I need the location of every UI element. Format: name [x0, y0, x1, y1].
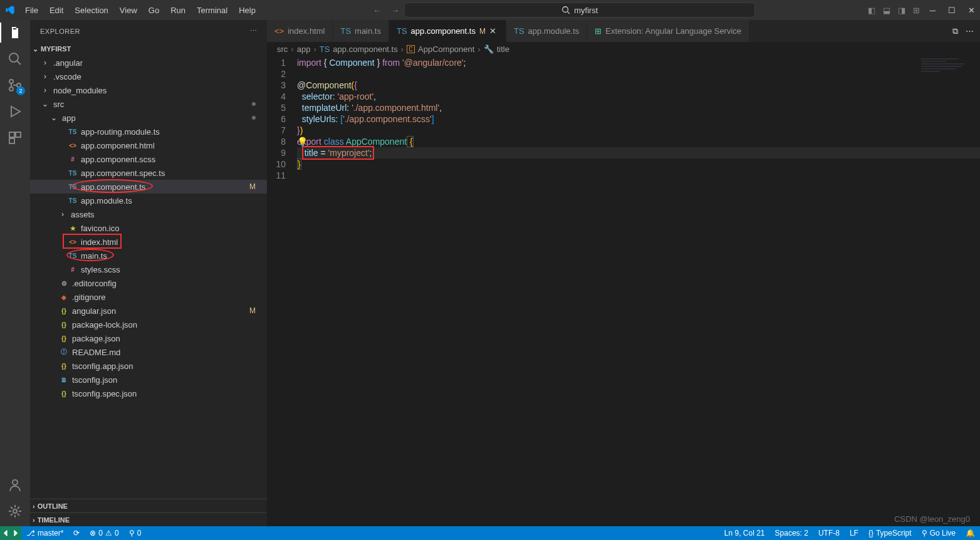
status-encoding[interactable]: UTF-8: [813, 529, 845, 537]
sidebar-explorer: EXPLORER ⋯ ⌄ MYFIRST ›.angular ›.vscode …: [30, 20, 267, 526]
tab-main-ts[interactable]: TSmain.ts: [333, 20, 389, 42]
tab-index-html[interactable]: <>index.html: [267, 20, 333, 42]
file-gitignore[interactable]: ◆.gitignore: [30, 290, 267, 304]
activity-scm-icon[interactable]: 2: [8, 78, 23, 93]
status-notifications-icon[interactable]: 🔔: [961, 529, 980, 537]
customize-layout-icon[interactable]: ⊞: [913, 6, 920, 15]
sync-icon: ⟳: [73, 529, 80, 537]
file-package-lock[interactable]: {}package-lock.json: [30, 318, 267, 331]
menu-go[interactable]: Go: [143, 3, 164, 18]
command-center[interactable]: myfirst: [404, 3, 755, 18]
status-branch[interactable]: ⎇master*: [21, 529, 68, 537]
tab-app-component-ts[interactable]: TSapp.component.tsM✕: [389, 20, 506, 42]
close-icon[interactable]: ✕: [968, 6, 975, 15]
status-eol[interactable]: LF: [845, 529, 863, 537]
folder-assets[interactable]: ›assets: [30, 207, 267, 221]
breadcrumb-class[interactable]: AppComponent: [418, 44, 474, 54]
breadcrumb-member[interactable]: title: [497, 44, 509, 54]
activity-debug-icon[interactable]: [8, 104, 23, 119]
activity-account-icon[interactable]: [8, 477, 23, 492]
file-app-component-scss[interactable]: #app.component.scss: [30, 152, 267, 166]
menu-view[interactable]: View: [115, 3, 142, 18]
toggle-primary-sidebar-icon[interactable]: ◧: [868, 6, 875, 15]
toggle-panel-icon[interactable]: ⬓: [883, 6, 890, 15]
menu-run[interactable]: Run: [165, 3, 190, 18]
file-app-component-html[interactable]: <>app.component.html: [30, 138, 267, 152]
tab-app-module[interactable]: TSapp.module.ts: [506, 20, 587, 42]
code-editor[interactable]: 1234567891011 import { Component } from …: [267, 56, 980, 526]
folder-node-modules[interactable]: ›node_modules: [30, 83, 267, 97]
nav-back-icon[interactable]: ←: [373, 6, 381, 15]
svg-point-5: [9, 87, 13, 91]
more-actions-icon[interactable]: ⋯: [966, 26, 974, 36]
activity-search-icon[interactable]: [8, 51, 23, 66]
svg-point-2: [9, 53, 18, 62]
breadcrumbs[interactable]: src› app› TSapp.component.ts› 🄲AppCompon…: [267, 42, 980, 56]
svg-rect-14: [921, 63, 965, 65]
minimize-icon[interactable]: ─: [930, 6, 936, 15]
file-readme[interactable]: ⓘREADME.md: [30, 345, 267, 359]
status-ports[interactable]: ⚲0: [124, 529, 147, 537]
minimap[interactable]: [921, 58, 971, 76]
folder-app[interactable]: ⌄app: [30, 111, 267, 125]
file-editorconfig[interactable]: ⚙.editorconfig: [30, 276, 267, 290]
tab-extension[interactable]: ⊞Extension: Angular Language Service: [587, 20, 749, 42]
status-language[interactable]: {}TypeScript: [863, 529, 917, 537]
remote-indicator[interactable]: [0, 526, 21, 540]
menu-file[interactable]: File: [20, 3, 43, 18]
file-main-ts[interactable]: TSmain.ts: [30, 249, 267, 262]
chevron-right-icon: ›: [40, 86, 50, 95]
folder-vscode[interactable]: ›.vscode: [30, 70, 267, 83]
file-package-json[interactable]: {}package.json: [30, 331, 267, 345]
project-header[interactable]: ⌄ MYFIRST: [30, 42, 267, 56]
breadcrumb-app[interactable]: app: [297, 44, 311, 54]
maximize-icon[interactable]: ☐: [948, 6, 956, 15]
status-sync[interactable]: ⟳: [68, 529, 85, 537]
breadcrumb-file[interactable]: app.component.ts: [333, 44, 397, 54]
file-tsconfig-app[interactable]: {}tsconfig.app.json: [30, 359, 267, 373]
activity-explorer-icon[interactable]: [8, 25, 23, 40]
toggle-secondary-sidebar-icon[interactable]: ◨: [898, 6, 905, 15]
code-content[interactable]: import { Component } from '@angular/core…: [297, 56, 980, 526]
activity-extensions-icon[interactable]: [8, 130, 23, 145]
file-favicon[interactable]: ★favicon.ico: [30, 221, 267, 235]
file-app-component-spec[interactable]: TSapp.component.spec.ts: [30, 166, 267, 180]
folder-src[interactable]: ⌄src: [30, 97, 267, 111]
outline-section[interactable]: ›OUTLINE: [30, 499, 267, 512]
tsconfig-file-icon: 🗎: [59, 375, 69, 385]
file-tsconfig-spec[interactable]: {}tsconfig.spec.json: [30, 387, 267, 400]
menu-selection[interactable]: Selection: [70, 3, 113, 18]
split-editor-icon[interactable]: ⧉: [952, 26, 958, 36]
status-cursor[interactable]: Ln 9, Col 21: [719, 529, 770, 537]
nav-forward-icon[interactable]: →: [391, 6, 399, 15]
svg-point-0: [563, 7, 568, 13]
ts-file-icon: TS: [340, 26, 351, 36]
status-golive[interactable]: ⚲Go Live: [917, 529, 961, 537]
file-index-html[interactable]: <>index.html: [30, 235, 267, 249]
timeline-section[interactable]: ›TIMELINE: [30, 512, 267, 526]
menu-help[interactable]: Help: [234, 3, 261, 18]
menu-terminal[interactable]: Terminal: [192, 3, 232, 18]
git-file-icon: ◆: [59, 292, 69, 302]
folder-angular[interactable]: ›.angular: [30, 56, 267, 70]
activity-settings-icon[interactable]: [8, 504, 23, 519]
close-tab-icon[interactable]: ✕: [489, 26, 498, 36]
file-styles-scss[interactable]: #styles.scss: [30, 262, 267, 276]
file-app-component-ts[interactable]: TSapp.component.tsM: [30, 180, 267, 194]
file-tsconfig[interactable]: 🗎tsconfig.json: [30, 373, 267, 387]
status-problems[interactable]: ⊗0⚠0: [85, 529, 123, 537]
warning-icon: ⚠: [105, 529, 112, 537]
file-angular-json[interactable]: {}angular.jsonM: [30, 304, 267, 318]
status-spaces[interactable]: Spaces: 2: [770, 529, 813, 537]
menu-edit[interactable]: Edit: [44, 3, 68, 18]
window-controls: ─ ☐ ✕: [930, 6, 975, 15]
sidebar-more-icon[interactable]: ⋯: [250, 27, 258, 35]
chevron-down-icon: ⌄: [33, 45, 38, 53]
gear-icon: ⚙: [59, 278, 69, 288]
file-app-routing[interactable]: TSapp-routing.module.ts: [30, 125, 267, 138]
radio-icon: ⚲: [129, 529, 135, 537]
breadcrumb-src[interactable]: src: [277, 44, 288, 54]
scss-file-icon: #: [68, 154, 78, 164]
svg-rect-16: [921, 68, 956, 70]
file-app-module[interactable]: TSapp.module.ts: [30, 194, 267, 207]
